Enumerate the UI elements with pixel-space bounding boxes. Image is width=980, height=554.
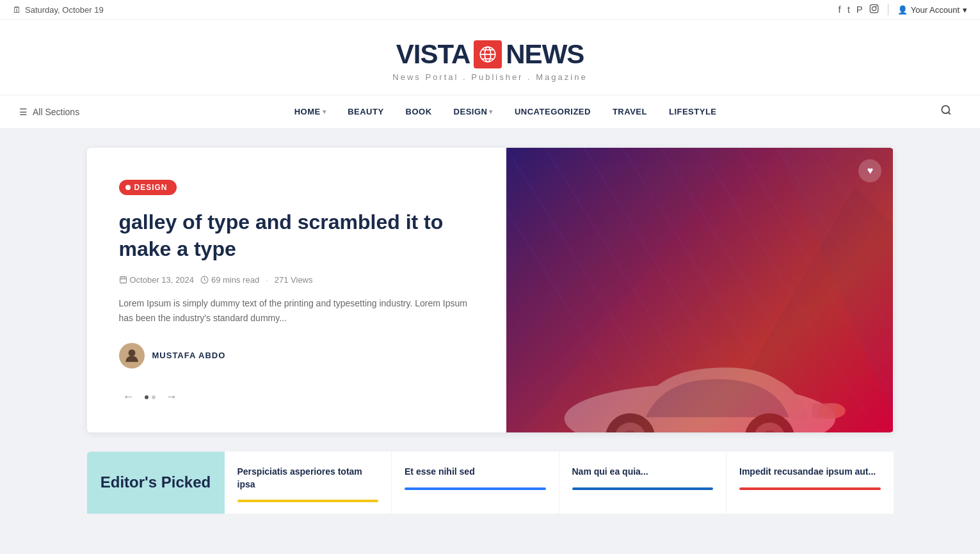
pinterest-icon[interactable]: P bbox=[856, 4, 863, 15]
editors-item-bar-2 bbox=[405, 487, 546, 490]
meta-sep: · bbox=[266, 275, 268, 285]
editors-items: Perspiciatis asperiores totam ipsa Et es… bbox=[225, 452, 894, 514]
account-button[interactable]: 👤 Your Account ▾ bbox=[897, 5, 967, 15]
editors-picked-label: Editor's Picked bbox=[87, 452, 225, 514]
svg-line-9 bbox=[948, 112, 950, 114]
read-time-text: 69 mins read bbox=[211, 275, 259, 285]
slider-next-button[interactable]: → bbox=[162, 388, 181, 407]
top-bar-left: 🗓 Saturday, October 19 bbox=[13, 5, 104, 15]
nav-item-design[interactable]: DESIGN ▾ bbox=[444, 97, 503, 127]
editors-item-1: Perspiciatis asperiores totam ipsa bbox=[225, 452, 392, 514]
editors-item-3: Nam qui ea quia... bbox=[559, 452, 727, 514]
facebook-icon[interactable]: f bbox=[839, 4, 841, 15]
svg-point-2 bbox=[876, 6, 877, 7]
slider-dots bbox=[145, 395, 156, 399]
logo-news: NEWS bbox=[506, 39, 584, 70]
nav-bar: ☰ All Sections HOME ▾ BEAUTY BOOK DESIGN… bbox=[0, 95, 980, 129]
featured-meta: October 13, 2024 69 mins read · 271 View… bbox=[119, 275, 474, 285]
nav-label-uncategorized: UNCATEGORIZED bbox=[515, 107, 591, 116]
logo[interactable]: VISTA NEWS bbox=[396, 39, 584, 70]
svg-point-8 bbox=[942, 106, 949, 113]
date-label: Saturday, October 19 bbox=[25, 5, 104, 15]
meta-read-time: 69 mins read bbox=[200, 275, 259, 285]
twitter-icon[interactable]: t bbox=[847, 4, 850, 15]
badge-dot bbox=[125, 185, 131, 190]
search-button[interactable] bbox=[931, 95, 961, 128]
nav-label-travel: TRAVEL bbox=[613, 107, 647, 116]
nav-label-lifestyle: LIFESTYLE bbox=[669, 107, 717, 116]
chevron-down-icon: ▾ bbox=[323, 108, 326, 115]
editors-picked-title: Editor's Picked bbox=[100, 473, 211, 492]
top-bar: 🗓 Saturday, October 19 f t P 👤 Your Acco… bbox=[0, 0, 980, 20]
nav-item-book[interactable]: BOOK bbox=[396, 97, 442, 127]
account-chevron: ▾ bbox=[963, 5, 967, 15]
views-text: 271 Views bbox=[275, 275, 313, 285]
all-sections-label: All Sections bbox=[33, 107, 79, 117]
nav-item-lifestyle[interactable]: LIFESTYLE bbox=[659, 97, 727, 127]
divider bbox=[888, 4, 888, 15]
editors-item-title-3: Nam qui ea quia... bbox=[572, 466, 714, 479]
heart-icon: ♥ bbox=[867, 165, 874, 177]
avatar bbox=[119, 343, 145, 368]
svg-point-1 bbox=[872, 6, 876, 10]
editors-item-bar-3 bbox=[572, 487, 714, 490]
nav-item-travel[interactable]: TRAVEL bbox=[602, 97, 657, 127]
editors-item-4: Impedit recusandae ipsum aut... bbox=[727, 452, 894, 514]
chevron-down-icon-2: ▾ bbox=[489, 108, 493, 115]
hamburger-icon: ☰ bbox=[19, 107, 28, 117]
dot-2[interactable] bbox=[152, 395, 156, 399]
user-icon: 👤 bbox=[897, 5, 908, 15]
editors-item-bar-4 bbox=[739, 487, 881, 490]
slider-prev-button[interactable]: ← bbox=[119, 388, 138, 407]
featured-title: galley of type and scrambled it to make … bbox=[119, 209, 474, 262]
svg-rect-0 bbox=[870, 4, 878, 13]
featured-card: DESIGN galley of type and scrambled it t… bbox=[87, 148, 894, 432]
category-label: DESIGN bbox=[134, 183, 168, 192]
all-sections-button[interactable]: ☰ All Sections bbox=[19, 98, 79, 126]
editors-item-title-4: Impedit recusandae ipsum aut... bbox=[739, 466, 881, 479]
nav-item-home[interactable]: HOME ▾ bbox=[284, 97, 337, 127]
logo-vista: VISTA bbox=[396, 39, 470, 70]
featured-text-side: DESIGN galley of type and scrambled it t… bbox=[87, 148, 506, 432]
editors-item-title-1: Perspiciatis asperiores totam ipsa bbox=[237, 466, 379, 491]
date-text: October 13, 2024 bbox=[130, 275, 194, 285]
site-header: VISTA NEWS News Portal . Publisher . Mag… bbox=[0, 20, 980, 95]
slider-controls: ← → bbox=[119, 388, 474, 407]
editors-section: Editor's Picked Perspiciatis asperiores … bbox=[87, 452, 894, 514]
top-bar-right: f t P 👤 Your Account ▾ bbox=[839, 4, 968, 15]
account-label: Your Account bbox=[911, 5, 960, 15]
nav-center: HOME ▾ BEAUTY BOOK DESIGN ▾ UNCATEGORIZE… bbox=[284, 97, 727, 127]
meta-date: October 13, 2024 bbox=[119, 275, 194, 285]
editors-item-2: Et esse nihil sed bbox=[392, 452, 559, 514]
featured-image-side: ♥ bbox=[506, 148, 894, 432]
editors-item-title-2: Et esse nihil sed bbox=[405, 466, 546, 479]
logo-globe-box bbox=[474, 40, 502, 68]
social-icons: f t P bbox=[839, 4, 879, 15]
nav-item-uncategorized[interactable]: UNCATEGORIZED bbox=[504, 97, 601, 127]
nav-label-beauty: BEAUTY bbox=[348, 107, 383, 116]
nav-item-beauty[interactable]: BEAUTY bbox=[337, 97, 394, 127]
author-row: MUSTAFA ABDO bbox=[119, 343, 474, 368]
svg-rect-35 bbox=[812, 403, 835, 418]
svg-point-11 bbox=[128, 349, 135, 356]
logo-tagline: News Portal . Publisher . Magazine bbox=[13, 72, 967, 82]
nav-label-design: DESIGN bbox=[454, 107, 488, 116]
dot-1[interactable] bbox=[145, 395, 149, 399]
featured-excerpt: Lorem Ipsum is simply dummy text of the … bbox=[119, 296, 474, 325]
category-badge[interactable]: DESIGN bbox=[119, 180, 177, 195]
calendar-icon: 🗓 bbox=[13, 5, 21, 15]
nav-label-home: HOME bbox=[294, 107, 321, 116]
editors-item-bar-1 bbox=[237, 500, 379, 502]
main-content: DESIGN galley of type and scrambled it t… bbox=[74, 148, 906, 514]
instagram-icon[interactable] bbox=[869, 4, 879, 15]
nav-label-book: BOOK bbox=[406, 107, 432, 116]
author-name: MUSTAFA ABDO bbox=[152, 351, 226, 360]
